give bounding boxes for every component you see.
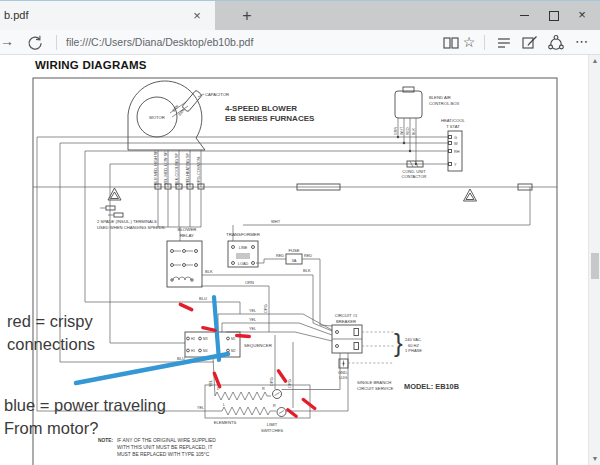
tstat-term-y: Y xyxy=(454,163,457,167)
tstat-label-2: T STAT xyxy=(446,124,460,129)
wire-label-blk: BLK-COOLING SP xyxy=(175,152,179,185)
brace-glyph: } xyxy=(394,328,403,358)
cond-label-2: CONTACTOR xyxy=(402,174,427,179)
vac-label-3: 1 PHASE xyxy=(405,348,422,353)
scroll-up-icon[interactable]: ▲ xyxy=(589,55,600,67)
maximize-button[interactable] xyxy=(542,3,566,27)
blk-vertical-label: BLK xyxy=(412,128,416,135)
seq-term-m4: M4 xyxy=(203,349,208,353)
relay-label-2: RELAY xyxy=(180,233,194,238)
yel-label-3: YEL xyxy=(249,327,256,331)
interconnect-wires: WHT BLK BLK ORN ORG BLU xyxy=(85,187,530,332)
blk-label-2: BLK xyxy=(303,268,311,273)
vac-label-2: 60 HZ xyxy=(408,343,419,348)
fuse-label: FUSE xyxy=(288,248,299,253)
more-menu-icon[interactable]: ⋯ xyxy=(573,34,591,52)
forward-icon[interactable]: → xyxy=(0,33,14,49)
favorites-star-icon[interactable]: ☆ xyxy=(460,34,478,52)
note-label: NOTE: xyxy=(98,438,114,443)
blk-label-1: BLK xyxy=(205,269,213,274)
model-label: MODEL: EB10B xyxy=(404,382,459,391)
sequencer-label: SEQUENCER xyxy=(244,343,272,348)
scrollbar-thumb[interactable] xyxy=(591,253,599,279)
motor-label: MOTOR xyxy=(149,115,165,120)
browser-window: b.pdf × + × → file:///C:/Users/Diana/Des… xyxy=(0,0,600,465)
new-tab-button[interactable]: + xyxy=(236,5,258,27)
share-icon[interactable] xyxy=(547,34,565,52)
scrollbar[interactable]: ▲ ▼ xyxy=(588,55,600,465)
red-annotation-line-2: connections xyxy=(7,335,95,353)
transformer-label: TRANSFORMER xyxy=(226,232,260,237)
hub-icon[interactable] xyxy=(495,34,513,52)
note-line-3: MUST BE REPLACED WITH TYPE 105°C xyxy=(117,452,210,457)
tab-close-icon[interactable]: × xyxy=(188,7,206,25)
capacitor-label: CAPACITOR xyxy=(205,92,229,97)
red-label-left: RED xyxy=(276,254,284,258)
seq-term-m2: M2 xyxy=(231,349,236,353)
blue-mark-diagonal xyxy=(76,354,228,383)
wire-label-org: ORG-COMMON. xyxy=(197,156,201,185)
spade-note-1: 2 SPADE (INSUL.) TERMINALS xyxy=(97,219,157,224)
refresh-icon[interactable] xyxy=(26,34,44,52)
red-mark-6 xyxy=(301,397,317,411)
blend-air-label-1: BLEND AIR xyxy=(429,95,451,100)
tstat-term-g: G xyxy=(454,136,457,140)
tstat-term-rh: RH xyxy=(454,150,460,154)
red-mark-5 xyxy=(276,368,288,383)
address-bar[interactable]: file:///C:/Users/Diana/Desktop/eb10b.pdf xyxy=(66,36,253,48)
note-line-2: WITH THIS UNIT MUST BE REPLACED, IT xyxy=(117,445,212,450)
yel-label-1: YEL xyxy=(249,309,256,313)
toolbar-divider xyxy=(56,35,57,50)
breaker-label-2: BREAKER xyxy=(336,319,356,324)
red-mark-7 xyxy=(285,407,298,418)
element-r1: R xyxy=(262,387,265,391)
ground-lug: GND. LUG xyxy=(338,359,394,380)
red-annotation-line-1: red = crispy xyxy=(7,312,93,330)
red-mark-1 xyxy=(178,302,194,312)
blend-air-label-2: CONTROL BOX xyxy=(429,101,460,106)
grn-label: GRN xyxy=(394,127,398,135)
blue-annotation-line-2: From motor? xyxy=(4,419,98,437)
org-label-2: ORG xyxy=(270,377,274,386)
page-heading: WIRING DIAGRAMS xyxy=(35,59,147,71)
diagram-title-2: EB SERIES FURNACES xyxy=(225,114,315,123)
reading-view-icon[interactable] xyxy=(442,34,460,52)
motor-blower: MOTOR BRN BRN CAPACITOR xyxy=(128,81,229,150)
yel-label-5: YEL xyxy=(197,406,204,410)
transformer-load-label: LOAD xyxy=(238,262,249,266)
vac-label-1: 240 VAC. xyxy=(405,337,422,342)
org-label-1: ORG xyxy=(264,304,268,313)
branch-label-1: SINGLE BRANCH xyxy=(357,380,391,385)
element-l2: L xyxy=(223,403,225,407)
circuit-breaker: CIRCUIT #1 BREAKER } 240 VAC. 60 HZ 1 PH… xyxy=(332,313,422,358)
tab-pdf[interactable]: b.pdf × xyxy=(0,1,215,31)
breaker-label-1: CIRCUIT #1 xyxy=(335,313,358,318)
relay-label-1: BLOWER xyxy=(177,227,196,232)
scroll-down-icon[interactable]: ▼ xyxy=(589,453,600,465)
thermostat: HEAT/COOL T STAT G W RH Y xyxy=(441,118,466,171)
blue-annotation-line-1: blue = power traveling xyxy=(4,396,166,414)
spade-note-2: USED WHEN CHANGING SPEEDS. xyxy=(97,225,166,230)
branch-label-2: CIRCUIT SERVICE xyxy=(357,386,394,391)
warning-triangle-right xyxy=(464,189,477,201)
web-note-icon[interactable] xyxy=(521,34,539,52)
blower-relay: BLOWER RELAY xyxy=(167,227,202,287)
minimize-icon xyxy=(520,15,529,16)
limit-label-1: LIMIT xyxy=(267,422,278,427)
toolbar-divider2 xyxy=(484,35,485,50)
seq-term-m3: M3 xyxy=(203,337,208,341)
diagram-title-1: 4-SPEED BLOWER xyxy=(225,104,297,113)
minimize-button[interactable] xyxy=(512,3,536,27)
element-r2: R xyxy=(273,404,276,408)
transformer-line-label: LINE xyxy=(239,246,248,250)
wire-label-yel: YEL-MED. LOW SP xyxy=(164,151,168,185)
wht-label: WHT xyxy=(271,219,281,224)
wire-label-red: RED-HEATING SP xyxy=(186,153,190,185)
yel-label-2: YEL xyxy=(249,318,256,322)
close-button[interactable]: × xyxy=(570,3,594,27)
note-block: NOTE: IF ANY OF THE ORIGINAL WIRE SUPPLI… xyxy=(98,438,216,457)
orn-label: ORN xyxy=(245,280,254,285)
annotation-texts: red = crispy connections blue = power tr… xyxy=(4,312,166,437)
wht-vertical-label: WHT xyxy=(400,126,404,135)
red-mark-3 xyxy=(235,334,251,339)
